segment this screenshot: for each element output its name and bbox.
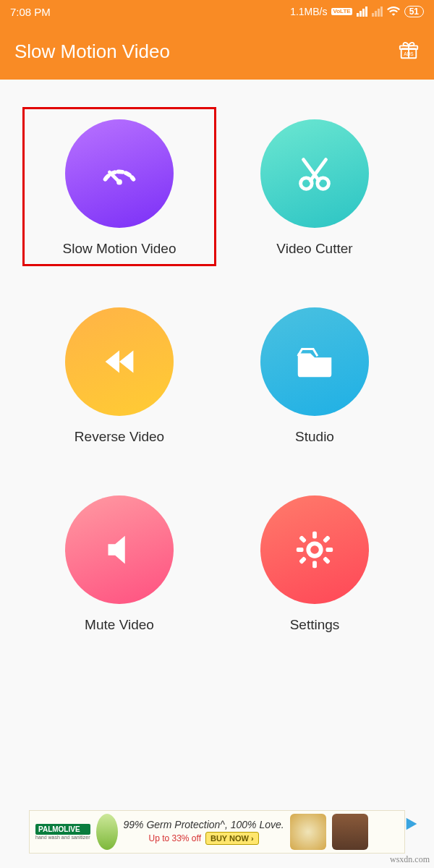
- ads-gift-icon[interactable]: ADS: [398, 39, 420, 64]
- folder-icon: [260, 307, 369, 416]
- svg-text:ADS: ADS: [404, 51, 414, 56]
- ad-cta-button[interactable]: BUY NOW ›: [205, 832, 259, 845]
- tile-video-cutter[interactable]: Video Cutter: [224, 119, 405, 257]
- battery-level: 51: [404, 6, 424, 17]
- ad-product-image: [96, 814, 118, 850]
- signal-icon: [357, 7, 367, 17]
- svg-rect-10: [299, 535, 307, 543]
- tile-label: Settings: [290, 617, 340, 633]
- tile-label: Reverse Video: [75, 429, 164, 445]
- ad-tagline: hand wash and sanitizer: [35, 835, 90, 840]
- adchoices-icon[interactable]: [404, 816, 420, 832]
- ad-offer: Up to 33% off: [148, 833, 201, 843]
- tile-settings[interactable]: Settings: [224, 495, 405, 633]
- svg-rect-8: [297, 548, 304, 552]
- scissors-icon: [260, 119, 369, 228]
- status-right: 1.1MB/s VoLTE 51: [290, 4, 424, 20]
- ad-banner[interactable]: PALMOLIVE hand wash and sanitizer 99% Ge…: [29, 810, 405, 854]
- speaker-icon: [65, 495, 174, 604]
- tile-grid: Slow Motion Video Video Cutter Reverse V…: [0, 80, 434, 662]
- svg-rect-13: [299, 556, 307, 564]
- tile-label: Mute Video: [85, 617, 154, 633]
- svg-rect-6: [312, 532, 317, 539]
- ad-text: 99% Germ Protection^, 100% Love. Up to 3…: [124, 819, 284, 845]
- ad-brand-block: PALMOLIVE hand wash and sanitizer: [35, 824, 90, 840]
- speedometer-icon: [65, 119, 174, 228]
- tile-label: Studio: [295, 429, 334, 445]
- ad-brand: PALMOLIVE: [35, 824, 90, 835]
- tile-mute-video[interactable]: Mute Video: [29, 495, 210, 633]
- volte-badge: VoLTE: [331, 8, 352, 15]
- status-time: 7:08 PM: [10, 6, 51, 18]
- ad-product-image: [290, 814, 326, 850]
- svg-rect-11: [323, 556, 331, 564]
- wifi-icon: [387, 4, 400, 20]
- tile-label: Slow Motion Video: [62, 241, 176, 257]
- watermark: wsxdn.com: [390, 854, 430, 865]
- tile-studio[interactable]: Studio: [224, 307, 405, 445]
- app-title: Slow Motion Video: [14, 41, 170, 63]
- tile-slow-motion[interactable]: Slow Motion Video: [22, 107, 216, 266]
- network-speed: 1.1MB/s: [290, 6, 327, 17]
- tile-label: Video Cutter: [276, 241, 352, 257]
- rewind-icon: [65, 307, 174, 416]
- status-bar: 7:08 PM 1.1MB/s VoLTE 51: [0, 0, 434, 23]
- app-bar: Slow Motion Video ADS: [0, 23, 434, 80]
- svg-rect-7: [312, 561, 317, 569]
- gear-icon: [260, 495, 369, 604]
- tile-reverse-video[interactable]: Reverse Video: [29, 307, 210, 445]
- svg-rect-9: [326, 548, 333, 552]
- svg-rect-12: [323, 535, 331, 543]
- signal-icon-dim: [372, 7, 383, 17]
- ad-product-image: [332, 814, 368, 850]
- ad-headline: 99% Germ Protection^, 100% Love.: [124, 819, 284, 830]
